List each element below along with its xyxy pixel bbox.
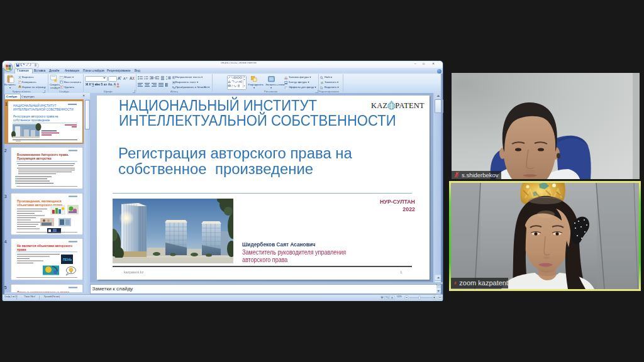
- svg-text:Личные неимущественные права: Личные неимущественные права: [17, 290, 70, 292]
- svg-text:НАЦИОНАЛЬНЫЙ ИНСТИТУТ: НАЦИОНАЛЬНЫЙ ИНСТИТУТ: [13, 103, 57, 107]
- svg-text:Регистрация авторского права н: Регистрация авторского права на: [13, 114, 58, 118]
- svg-text:A: A: [130, 76, 133, 80]
- svg-text:Презумпция авторства: Презумпция авторства: [17, 157, 52, 160]
- svg-text:ИНТЕЛЛЕКТУАЛЬНОЙ СОБСТВЕННОСТИ: ИНТЕЛЛЕКТУАЛЬНОЙ СОБСТВЕННОСТИ: [13, 107, 74, 111]
- svg-text:Возникновение Авторского пра: Возникновение Авторского права.: [17, 153, 69, 156]
- svg-text:ПЕНЬ: ПЕНЬ: [63, 258, 72, 261]
- svg-text:A: A: [118, 76, 121, 80]
- svg-text:права: права: [17, 247, 26, 251]
- svg-text:собственное произведение: собственное произведение: [13, 118, 50, 121]
- svg-text:A: A: [123, 77, 126, 80]
